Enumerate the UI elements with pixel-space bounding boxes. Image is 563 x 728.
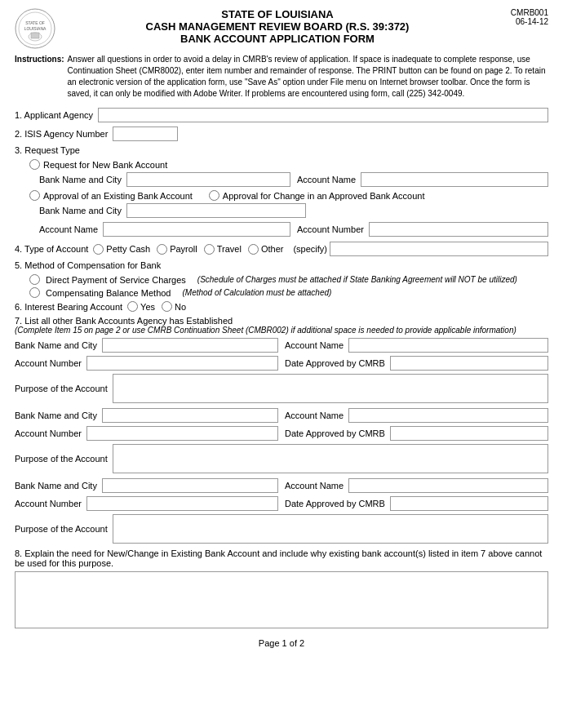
- item3-existing-acct-row: Account Name Account Number: [39, 222, 548, 237]
- bank3-name-input[interactable]: [102, 478, 278, 493]
- applicant-agency-input[interactable]: [98, 108, 548, 122]
- bank1-date-col: Date Approved by CMRB: [285, 356, 548, 371]
- other-specify-input[interactable]: [330, 242, 548, 256]
- item5-label-row: 5. Method of Compensation for Bank: [15, 260, 548, 270]
- item6-no-label: No: [175, 302, 186, 312]
- bank1-name-input[interactable]: [102, 338, 278, 353]
- item3-bank-name2-label: Bank Name and City: [39, 206, 122, 215]
- bank1-date-input[interactable]: [390, 356, 548, 371]
- other-radio[interactable]: [248, 244, 259, 255]
- header-center: STATE OF LOUISIANA CASH MANAGEMENT REVIE…: [64, 8, 491, 45]
- bank2-name-label: Bank Name and City: [15, 411, 97, 420]
- bank2-acct-name-label: Account Name: [285, 411, 344, 420]
- bank3-num-date: Account Number Date Approved by CMRB: [15, 496, 548, 511]
- bank1-acct-name-label: Account Name: [285, 340, 344, 350]
- item3-opt1-row: Request for New Bank Account: [29, 159, 548, 170]
- bank3-name-col: Bank Name and City: [15, 478, 278, 493]
- bank3-date-col: Date Approved by CMRB: [285, 496, 548, 511]
- bank1-purpose-label: Purpose of the Account: [15, 384, 108, 393]
- bank1-acct-name-col: Account Name: [285, 338, 548, 353]
- bank1-acct-name-input[interactable]: [348, 338, 548, 353]
- item3-account-name-label: Account Name: [297, 175, 356, 184]
- bank3-acct-name-input[interactable]: [348, 478, 548, 493]
- bank3-purpose-textarea[interactable]: [113, 514, 548, 544]
- item8-label: 8. Explain the need for New/Change in Ex…: [15, 548, 548, 568]
- item3-bank-name-label: Bank Name and City: [39, 175, 122, 184]
- bank1-purpose-textarea[interactable]: [113, 374, 548, 403]
- instructions-text: Answer all questions in order to avoid a…: [68, 54, 548, 100]
- item3-opt1-label: Request for New Bank Account: [43, 160, 167, 170]
- travel-radio[interactable]: [204, 244, 215, 255]
- item5-note2: (Method of Calculation must be attached): [182, 288, 331, 297]
- item3-existing-bank-row: Bank Name and City: [39, 203, 548, 218]
- bank3-date-input[interactable]: [390, 496, 548, 511]
- item5-opt1-label: Direct Payment of Service Charges: [46, 275, 186, 285]
- approval-existing-radio[interactable]: [29, 190, 40, 201]
- interest-no-radio[interactable]: [162, 301, 172, 312]
- bank2-num-col: Account Number: [15, 426, 278, 441]
- item4-label: 4. Type of Account: [15, 244, 88, 254]
- item2-row: 2. ISIS Agency Number: [15, 127, 548, 141]
- svg-rect-5: [31, 33, 39, 38]
- bank2-name-acct: Bank Name and City Account Name: [15, 408, 548, 423]
- item3-acct-number-col: Account Number: [297, 222, 548, 237]
- item3-opt3-label: Approval for Change in an Approved Bank …: [223, 191, 425, 201]
- isis-agency-number-input[interactable]: [113, 127, 178, 141]
- bank2-num-label: Account Number: [15, 428, 82, 438]
- item3-opt2-label: Approval of an Existing Bank Account: [43, 191, 193, 201]
- instructions-block: Instructions: Answer all questions in or…: [15, 54, 548, 100]
- payroll-radio[interactable]: [157, 244, 167, 255]
- bank2-purpose-textarea[interactable]: [113, 444, 548, 473]
- existing-account-name-input[interactable]: [103, 222, 290, 237]
- item8-section: 8. Explain the need for New/Change in Ex…: [15, 548, 548, 630]
- item5-label: 5. Method of Compensation for Bank: [15, 260, 161, 270]
- new-bank-name-city-input[interactable]: [126, 172, 290, 187]
- bank-entry-2: Bank Name and City Account Name Account …: [15, 408, 548, 473]
- state-seal: STATE OF LOUISIANA: [15, 8, 55, 49]
- item6-yes-label: Yes: [140, 302, 155, 312]
- bank-entry-3: Bank Name and City Account Name Account …: [15, 478, 548, 544]
- item3-account-name2-label: Account Name: [39, 224, 98, 234]
- bank1-num-input[interactable]: [86, 356, 278, 371]
- bank1-num-col: Account Number: [15, 356, 278, 371]
- bank3-acct-name-label: Account Name: [285, 481, 344, 491]
- bank2-name-input[interactable]: [102, 408, 278, 423]
- bank2-acct-name-col: Account Name: [285, 408, 548, 423]
- header-state: STATE OF LOUISIANA: [64, 8, 491, 20]
- compensating-balance-radio[interactable]: [29, 287, 40, 298]
- bank2-num-input[interactable]: [86, 426, 278, 441]
- svg-text:LOUISIANA: LOUISIANA: [24, 26, 47, 31]
- bank2-date-input[interactable]: [390, 426, 548, 441]
- bank3-purpose-row: Purpose of the Account: [15, 514, 548, 544]
- bank2-name-col: Bank Name and City: [15, 408, 278, 423]
- bank1-name-col: Bank Name and City: [15, 338, 278, 353]
- bank3-acct-name-col: Account Name: [285, 478, 548, 493]
- direct-payment-radio[interactable]: [29, 274, 40, 285]
- petty-cash-radio[interactable]: [93, 244, 104, 255]
- existing-account-number-input[interactable]: [369, 222, 548, 237]
- item3-opt23-row: Approval of an Existing Bank Account App…: [29, 190, 548, 201]
- approval-change-radio[interactable]: [209, 190, 219, 201]
- bank3-num-input[interactable]: [86, 496, 278, 511]
- item5-opt1-row: Direct Payment of Service Charges (Sched…: [29, 274, 548, 285]
- header: STATE OF LOUISIANA STATE OF LOUISIANA CA…: [15, 8, 548, 49]
- new-account-name-input[interactable]: [361, 172, 548, 187]
- item3-label: 3. Request Type: [15, 145, 80, 155]
- bank3-date-label: Date Approved by CMRB: [285, 499, 385, 508]
- bank2-num-date: Account Number Date Approved by CMRB: [15, 426, 548, 441]
- bank3-num-col: Account Number: [15, 496, 278, 511]
- request-new-radio[interactable]: [29, 159, 40, 170]
- bank1-purpose-row: Purpose of the Account: [15, 374, 548, 403]
- bank2-date-label: Date Approved by CMRB: [285, 428, 385, 438]
- page-footer: Page 1 of 2: [15, 638, 548, 648]
- svg-text:STATE OF: STATE OF: [25, 20, 45, 25]
- bank2-purpose-row: Purpose of the Account: [15, 444, 548, 473]
- bank2-acct-name-input[interactable]: [348, 408, 548, 423]
- existing-bank-name-city-input[interactable]: [126, 203, 306, 218]
- bank3-num-label: Account Number: [15, 499, 82, 508]
- item8-textarea[interactable]: [15, 571, 548, 628]
- interest-yes-radio[interactable]: [127, 301, 138, 312]
- item7-label: 7. List all other Bank Accounts Agency h…: [15, 316, 233, 326]
- item3-bank-name-col: Bank Name and City: [39, 172, 290, 187]
- item5-note1: (Schedule of Charges must be attached if…: [197, 275, 517, 284]
